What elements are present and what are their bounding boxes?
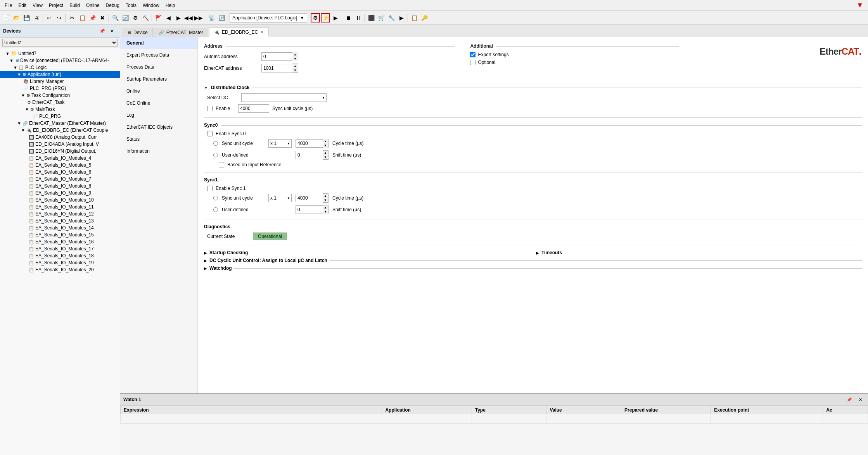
tree-item-library-manager[interactable]: 📚 Library Manager [0,78,120,85]
toolbar-delete[interactable]: ✖ [98,13,107,22]
tree-item-task-config[interactable]: ▼ ⚙ Task Configuration [0,92,120,99]
tree-item-ea-serials-11[interactable]: 📋 EA_Serials_IO_Modules_11 [0,203,120,210]
menu-build[interactable]: Build [66,2,83,9]
sync0-shift-down[interactable]: ▼ [323,155,328,159]
devices-scope-select[interactable]: Untitled7 [2,39,118,47]
toolbar-extra1[interactable]: 📋 [410,13,419,22]
toolbar-paste[interactable]: 📌 [88,13,97,22]
sync0-cycle-input[interactable] [296,139,323,148]
toolbar-open[interactable]: 📂 [12,13,21,22]
toolbar-pause[interactable]: ⏸ [354,13,363,22]
toolbar-print[interactable]: 🖨 [32,13,41,22]
tree-item-eio4ada[interactable]: 🔲 ED_EIO4ADA (Analog Input, V [0,141,120,148]
menu-online[interactable]: Online [83,2,103,9]
tree-item-app-run[interactable]: ▼ ⚙ Application [run] [0,71,120,78]
watch-pin-btn[interactable]: 📌 [845,395,854,404]
select-dc-dropdown[interactable] [241,93,327,102]
watchdog-collapsible[interactable]: ▶ Watchdog [204,265,862,271]
toolbar-online-btn1[interactable]: ⚙ [311,13,320,22]
ethercat-addr-down[interactable]: ▼ [292,68,298,72]
sync1-shift-input[interactable] [296,205,323,214]
toolbar-cut[interactable]: ✂ [67,13,77,22]
watch-cell-expr[interactable] [121,414,382,424]
toolbar-undo[interactable]: ↩ [45,13,54,22]
menu-tools[interactable]: Tools [123,2,140,9]
toolbar-nav1[interactable]: ◀ [164,13,173,22]
toolbar-replace[interactable]: 🔄 [121,13,130,22]
toolbar-stop[interactable]: ⏹ [344,13,353,22]
nav-ethercat-iec-objects[interactable]: EtherCAT IEC Objects [120,121,197,133]
menu-help[interactable]: Help [163,2,178,9]
tab-close-eiobrg[interactable]: ✕ [260,30,264,35]
toolbar-copy[interactable]: 📋 [78,13,87,22]
sync1-cycle-up[interactable]: ▲ [323,194,328,198]
sync0-shift-input[interactable] [296,151,323,159]
sync0-unit-radio[interactable] [213,141,218,146]
tree-item-ea-serials-7[interactable]: 📋 EA_Serials_IO_Modules_7 [0,176,120,183]
tree-item-ea-serials-10[interactable]: 📋 EA_Serials_IO_Modules_10 [0,196,120,203]
tree-item-ea-serials-16[interactable]: 📋 EA_Serials_IO_Modules_16 [0,238,120,245]
toolbar-flag[interactable]: 🚩 [154,13,163,22]
toolbar-nav3[interactable]: ◀◀ [184,13,193,22]
toolbar-save[interactable]: 💾 [22,13,31,22]
ethercat-addr-up[interactable]: ▲ [292,64,298,68]
sync0-shift-up[interactable]: ▲ [323,151,328,155]
tree-item-ea40c8[interactable]: 🔲 EA40C8 (Analog Output, Curr [0,134,120,141]
autoinc-down[interactable]: ▼ [292,57,298,61]
tree-item-ea-serials-13[interactable]: 📋 EA_Serials_IO_Modules_13 [0,217,120,224]
expert-settings-checkbox[interactable] [470,52,475,57]
enable-dc-checkbox[interactable] [207,106,213,111]
tree-item-plcprg2[interactable]: 📄 PLC_PRG [0,113,120,120]
dc-cyclic-collapsible[interactable]: ▶ DC Cyclic Unit Control: Assign to Loca… [204,258,862,263]
nav-coe-online[interactable]: CoE Online [120,97,197,109]
toolbar-extra2[interactable]: 🔑 [420,13,429,22]
toolbar-nav2[interactable]: ▶ [174,13,183,22]
toolbar-bp3[interactable]: 🔧 [387,13,396,22]
ethercat-addr-input[interactable] [261,64,292,72]
startup-checking-collapsible[interactable]: ▶ Startup Checking [204,250,530,255]
toolbar-online-btn3[interactable]: ▶ [331,13,340,22]
toolbar-comm[interactable]: 📡 [207,13,216,22]
optional-checkbox[interactable] [470,60,475,65]
sync1-shift-up[interactable]: ▲ [323,205,328,210]
tree-item-untitled7[interactable]: ▼ 📁 Untitled7 [0,50,120,57]
tree-item-ea-serials-6[interactable]: 📋 EA_Serials_IO_Modules_6 [0,169,120,176]
sync0-multiplier-select[interactable]: x 1 x 2 x 4 [268,139,292,148]
tree-item-ea-serials-9[interactable]: 📋 EA_Serials_IO_Modules_9 [0,190,120,196]
nav-startup-parameters[interactable]: Startup Parameters [120,73,197,85]
tree-item-plcprg[interactable]: 📄 PLC_PRG (PRG) [0,85,120,92]
sync1-cycle-input[interactable] [296,194,323,202]
enable-dc-input[interactable] [238,104,269,113]
nav-expert-process-data[interactable]: Expert Process Data [120,49,197,61]
toolbar-find[interactable]: 🔍 [111,13,120,22]
menu-debug[interactable]: Debug [103,2,123,9]
tree-item-ea-serials-8[interactable]: 📋 EA_Serials_IO_Modules_8 [0,183,120,190]
toolbar-redo[interactable]: ↪ [55,13,64,22]
tree-item-eio16yn[interactable]: 🔲 ED_EIO16YN (Digital Output, [0,148,120,155]
enable-sync0-checkbox[interactable] [207,131,213,136]
toolbar-nav4[interactable]: ▶▶ [194,13,203,22]
tree-item-ea-serials-5[interactable]: 📋 EA_Serials_IO_Modules_5 [0,162,120,169]
devices-pin-btn[interactable]: 📌 [97,26,107,36]
tree-item-ea-serials-14[interactable]: 📋 EA_Serials_IO_Modules_14 [0,224,120,231]
menu-edit[interactable]: Edit [15,2,29,9]
menu-file[interactable]: File [2,2,15,9]
sync0-cycle-up[interactable]: ▲ [323,139,328,143]
nav-process-data[interactable]: Process Data [120,61,197,73]
app-selector[interactable]: Application [Device: PLC Logic] ▼ [230,13,307,22]
nav-information[interactable]: Information [120,145,197,157]
sync0-mult-select[interactable]: x 1 x 2 x 4 [268,139,292,148]
nav-general[interactable]: General [120,37,197,49]
sync1-multiplier-select[interactable]: x 1 x 2 x 4 [268,194,292,202]
toolbar-build[interactable]: 🔨 [141,13,150,22]
nav-status[interactable]: Status [120,133,197,145]
menu-window[interactable]: Window [140,2,163,9]
tree-item-ethercat-master[interactable]: ▼ 🔗 EtherCAT_Master (EtherCAT Master) [0,120,120,127]
toolbar-bp1[interactable]: ⬛ [367,13,376,22]
tree-item-ea-serials-20[interactable]: 📋 EA_Serials_IO_Modules_20 [0,266,120,273]
sync1-user-radio[interactable] [213,207,218,212]
toolbar-sync[interactable]: 🔃 [217,13,226,22]
nav-online[interactable]: Online [120,85,197,97]
tree-item-ea-serials-4[interactable]: 📋 EA_Serials_IO_Modules_4 [0,155,120,162]
enable-sync1-checkbox[interactable] [207,186,213,191]
